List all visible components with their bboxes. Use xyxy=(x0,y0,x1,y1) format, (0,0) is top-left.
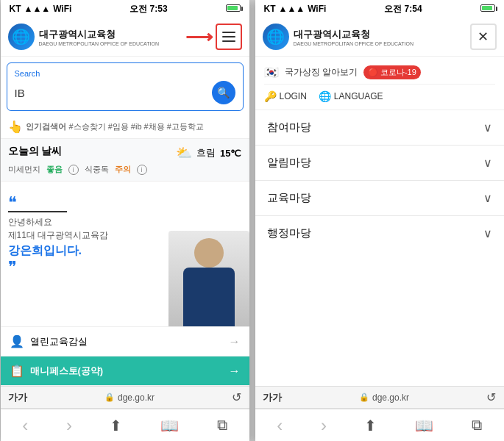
person-head xyxy=(194,238,224,268)
open-office-link[interactable]: 👤 열린교육감실 → xyxy=(1,327,249,356)
office-arrow: → xyxy=(229,335,241,348)
menu-item-3[interactable]: 행정마당 ∨ xyxy=(255,216,504,248)
search-label: Search xyxy=(15,69,235,78)
menu-item-1[interactable]: 알림마당 ∨ xyxy=(255,146,504,181)
forward-button-right[interactable]: › xyxy=(321,415,327,436)
carrier-left: KT xyxy=(10,4,21,14)
logo-subtitle-left: DAEGU METROPOLITAN OFFICE OF EDUCATION xyxy=(39,41,159,46)
menu-label-2: 교육마당 xyxy=(267,191,311,205)
close-button[interactable]: ✕ xyxy=(470,24,497,50)
tabs-button-left[interactable]: ⧉ xyxy=(217,417,227,434)
login-label: LOGIN xyxy=(280,91,307,101)
covid-badge[interactable]: 🔴 코로나-19 xyxy=(363,65,421,79)
bookmarks-button-left[interactable]: 📖 xyxy=(160,417,179,434)
menu-list: 참여마당 ∨ 알림마당 ∨ 교육마당 ∨ 행정마당 ∨ 민원·정보공개 ∨ 교육… xyxy=(255,110,504,248)
popular-label: 인기검색어 xyxy=(26,121,66,132)
hamburger-line-3 xyxy=(222,40,235,42)
reload-icon-left[interactable]: ↺ xyxy=(232,390,241,404)
logo-left: 🌐 대구광역시교육청 DAEGU METROPOLITAN OFFICE OF … xyxy=(8,24,159,50)
share-button-left[interactable]: ⬆ xyxy=(110,417,122,434)
address-bar-left: 가가 🔒 dge.go.kr ↺ xyxy=(1,386,249,409)
weather-temp: 15℃ xyxy=(220,148,241,159)
forward-button-left[interactable]: › xyxy=(66,415,72,436)
right-phone: KT ▲▲▲ WiFi 오전 7:54 🌐 대구광역시교육청 DAEGU MET… xyxy=(255,0,504,441)
dust-status: 좋음 xyxy=(46,164,63,175)
menu-label-1: 알림마당 xyxy=(267,156,311,170)
login-icon: 🔑 xyxy=(264,90,277,102)
menu-item-2[interactable]: 교육마당 ∨ xyxy=(255,181,504,216)
header-left: 🌐 대구광역시교육청 DAEGU METROPOLITAN OFFICE OF … xyxy=(1,18,249,57)
logo-right: 🌐 대구광역시교육청 DAEGU METROPOLITAN OFFICE OF … xyxy=(263,24,414,50)
spacer-right xyxy=(255,248,504,387)
address-bar-right: 가가 🔒 dge.go.kr ↺ xyxy=(255,386,504,409)
food-info-icon[interactable]: i xyxy=(137,165,147,175)
share-button-right[interactable]: ⬆ xyxy=(364,417,377,434)
lock-icon-right: 🔒 xyxy=(359,392,369,402)
food-status: 주의 xyxy=(115,164,131,175)
bottom-nav-right: ‹ › ⬆ 📖 ⧉ xyxy=(255,409,504,441)
person-body xyxy=(183,268,235,326)
url-left: dge.go.kr xyxy=(118,392,155,403)
time-right: 오전 7:54 xyxy=(384,3,422,15)
office-icon: 👤 xyxy=(10,334,24,348)
language-label: LANGUAGE xyxy=(334,91,383,101)
menu-label-3: 행정마당 xyxy=(267,226,311,240)
content-line1: 안녕하세요 xyxy=(8,215,141,229)
bottom-links: 👤 열린교육감실 → 📋 매니페스토(공약) → xyxy=(1,326,249,386)
weather-status: 흐림 xyxy=(196,146,216,159)
popular-icon: 👆 xyxy=(8,120,23,134)
hamburger-line-1 xyxy=(222,32,235,33)
weather-title: 오늘의 날씨 xyxy=(8,145,63,158)
office-label: 열린교육감실 xyxy=(30,335,88,348)
nav-bar: 🇰🇷 국가상징 알아보기 🔴 코로나-19 🔑 LOGIN 🌐 LANGUAGE xyxy=(255,57,504,110)
quote-open: ❝ xyxy=(8,195,17,211)
login-button[interactable]: 🔑 LOGIN xyxy=(264,90,307,102)
status-bar-right: KT ▲▲▲ WiFi 오전 7:54 xyxy=(255,0,504,18)
back-button-right[interactable]: ‹ xyxy=(277,415,283,436)
official-name: 강은희입니다. xyxy=(8,242,141,259)
back-button-left[interactable]: ‹ xyxy=(22,415,28,436)
logo-title-right: 대구광역시교육청 xyxy=(294,28,414,41)
content-line2: 제11대 대구광역시교육감 xyxy=(8,229,141,242)
person-silhouette xyxy=(180,238,238,326)
search-button[interactable]: 🔍 xyxy=(212,81,235,104)
language-icon: 🌐 xyxy=(319,90,331,102)
menu-chevron-1: ∨ xyxy=(483,156,492,170)
hamburger-line-2 xyxy=(222,36,235,37)
left-phone: KT ▲▲▲ WiFi 오전 7:53 🌐 대구광역시교육청 DAEGU MET… xyxy=(1,0,249,441)
search-input[interactable] xyxy=(15,87,207,99)
header-right: 🌐 대구광역시교육청 DAEGU METROPOLITAN OFFICE OF … xyxy=(255,18,504,57)
lock-icon-left: 🔒 xyxy=(104,392,115,402)
status-bar-left: KT ▲▲▲ WiFi 오전 7:53 xyxy=(1,0,249,18)
bottom-nav-left: ‹ › ⬆ 📖 ⧉ xyxy=(1,409,249,441)
dust-info-icon[interactable]: i xyxy=(68,165,79,175)
food-label: 식중독 xyxy=(85,164,109,175)
battery-icon-left xyxy=(226,4,241,14)
logo-globe-right: 🌐 xyxy=(263,24,289,50)
signal-icon-right: ▲▲▲ xyxy=(279,4,305,14)
carrier-right: KT xyxy=(264,4,276,14)
national-symbol-link[interactable]: 국가상징 알아보기 xyxy=(285,66,358,79)
battery-icon-right xyxy=(480,4,495,14)
signal-icon: ▲▲▲ xyxy=(24,4,51,14)
menu-item-0[interactable]: 참여마당 ∨ xyxy=(255,110,504,146)
font-size-left: 가가 xyxy=(8,391,27,404)
wifi-icon: WiFi xyxy=(53,4,71,14)
manifest-label: 매니페스토(공약) xyxy=(30,365,104,378)
language-button[interactable]: 🌐 LANGUAGE xyxy=(319,90,383,102)
arrow-to-hamburger: ⟶ xyxy=(185,26,213,49)
logo-title-left: 대구광역시교육청 xyxy=(39,28,159,41)
covid-label: 🔴 코로나-19 xyxy=(368,67,416,78)
menu-chevron-2: ∨ xyxy=(483,191,492,205)
tabs-button-right[interactable]: ⧉ xyxy=(472,417,482,434)
manifest-link[interactable]: 📋 매니페스토(공약) → xyxy=(1,356,249,386)
url-right: dge.go.kr xyxy=(372,392,409,403)
menu-chevron-3: ∨ xyxy=(483,226,492,240)
bookmarks-button-right[interactable]: 📖 xyxy=(415,417,433,434)
manifest-arrow: → xyxy=(229,365,241,378)
reload-icon-right[interactable]: ↺ xyxy=(486,390,496,404)
weather-section: 오늘의 날씨 ⛅ 흐림 15℃ 미세먼지 좋음 i 식중독 주의 i xyxy=(1,138,249,182)
logo-subtitle-right: DAEGU METROPOLITAN OFFICE OF EDUCATION xyxy=(294,41,414,46)
hamburger-button[interactable] xyxy=(216,24,242,50)
weather-icon: ⛅ xyxy=(176,145,192,161)
